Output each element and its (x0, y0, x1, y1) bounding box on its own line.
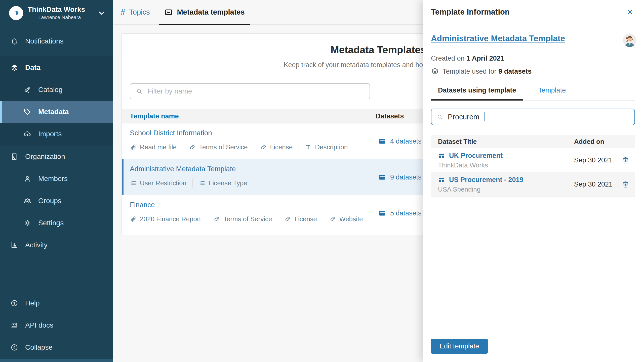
tab-datasets-using-template[interactable]: Datasets using template (431, 86, 523, 101)
paperclip-icon (130, 144, 137, 151)
link-icon (189, 144, 196, 151)
tag-separator (278, 214, 278, 223)
tag-label: Terms of Service (223, 215, 272, 223)
dataset-row[interactable]: US Procurement - 2019 USA Spending Sep 3… (431, 172, 635, 197)
datasets-count[interactable]: 9 datasets (378, 159, 422, 195)
dataset-link[interactable]: UK Procurement (438, 152, 503, 160)
sidebar-bottom-strip (0, 359, 113, 362)
sidebar-item-notifications[interactable]: Notifications (0, 30, 113, 52)
tag-separator (183, 143, 183, 152)
tab-metadata-templates[interactable]: Metadata templates (159, 0, 250, 24)
sidebar-item-label: Groups (38, 197, 61, 205)
filter-input-wrapper (130, 83, 370, 99)
used-for-line: Template used for 9 datasets (431, 67, 635, 75)
dataset-added-date: Sep 30 2021 (574, 172, 613, 196)
tag-separator (207, 214, 207, 223)
template-title-link[interactable]: Administrative Metadata Template (431, 33, 565, 43)
tab-label: Topics (129, 8, 150, 16)
sidebar-item-label: Settings (38, 219, 64, 227)
text-caret (484, 112, 485, 121)
dataset-link[interactable]: US Procurement - 2019 (438, 176, 524, 184)
sidebar-item-label: Activity (25, 241, 48, 249)
chevron-down-icon[interactable] (97, 9, 106, 18)
template-link[interactable]: Administrative Metadata Template (130, 165, 236, 173)
used-count: 9 datasets (498, 68, 532, 75)
tab-topics[interactable]: # Topics (115, 0, 155, 24)
people-icon (23, 197, 32, 205)
template-link[interactable]: Finance (130, 201, 155, 209)
close-icon[interactable] (626, 8, 634, 16)
datasets-table-header: Dataset Title Added on (431, 135, 635, 148)
user-avatar[interactable] (623, 33, 636, 47)
template-link[interactable]: School District Information (130, 129, 212, 137)
datasets-count-label: 9 datasets (390, 173, 422, 181)
sidebar-item-catalog[interactable]: Catalog (0, 79, 113, 101)
datasets-count[interactable]: 5 datasets (378, 195, 422, 231)
tab-label: Metadata templates (177, 8, 245, 16)
laptop-code-icon (10, 321, 19, 329)
sidebar-item-data[interactable]: Data (0, 57, 113, 79)
dataset-row[interactable]: UK Procurement ThinkData Works Sep 30 20… (431, 148, 635, 172)
svg-text:3: 3 (131, 184, 132, 186)
sidebar-item-label: Imports (38, 130, 62, 138)
sidebar-item-imports[interactable]: Imports (0, 123, 113, 145)
dataset-search-input[interactable]: Procurem (431, 109, 635, 125)
layers-outline-icon (431, 67, 439, 75)
sidebar-item-members[interactable]: Members (0, 168, 113, 190)
sidebar-item-label: Collapse (25, 343, 53, 351)
tag-label: Website (339, 215, 363, 223)
brand-name: ThinkData Works (28, 6, 92, 14)
sidebar-item-groups[interactable]: Groups (0, 190, 113, 212)
person-icon (23, 175, 32, 183)
sidebar-item-organization[interactable]: Organization (0, 146, 113, 168)
column-datasets: Datasets (376, 112, 404, 120)
link-icon (260, 144, 267, 151)
sidebar-item-label: Organization (25, 153, 65, 161)
edit-template-button[interactable]: Edit template (431, 339, 488, 354)
link-icon (329, 216, 336, 222)
cloud-upload-icon (23, 130, 32, 138)
sidebar-item-label: Members (38, 175, 68, 183)
sidebar-item-activity[interactable]: Activity (0, 234, 113, 256)
dataset-title: UK Procurement (449, 152, 503, 160)
sidebar-item-api-docs[interactable]: API docs (0, 314, 113, 336)
tag-label: Description (315, 143, 348, 151)
table-grid-icon (438, 176, 445, 184)
sidebar-item-settings[interactable]: Settings (0, 212, 113, 234)
link-icon (284, 216, 291, 222)
sidebar-item-collapse[interactable]: Collapse (0, 336, 113, 358)
tag-separator (299, 143, 299, 152)
chevron-left-circle-icon (10, 343, 19, 351)
dataset-org: USA Spending (438, 186, 480, 193)
tag-separator (254, 143, 254, 152)
datasets-count[interactable]: 4 datasets (378, 123, 422, 159)
sidebar-item-label: Help (25, 299, 40, 307)
tag-label: Terms of Service (199, 143, 248, 151)
tag-icon (23, 108, 32, 116)
template-tags: 123User Restriction 123License Type (130, 178, 247, 188)
tab-template[interactable]: Template (531, 86, 573, 100)
datasets-count-label: 5 datasets (390, 209, 422, 217)
tag-separator (323, 214, 323, 223)
trash-icon[interactable] (622, 148, 629, 172)
dataset-org: ThinkData Works (438, 161, 488, 169)
svg-text:?: ? (13, 301, 15, 305)
filter-by-name-input[interactable] (147, 87, 364, 95)
svg-text:3: 3 (199, 184, 200, 186)
sidebar-item-label: Metadata (38, 108, 69, 116)
trash-icon[interactable] (622, 172, 629, 196)
panel-header: Template Information (423, 0, 644, 24)
workspace-user-name: Lawrence Nabeara (28, 15, 92, 20)
created-date: 1 April 2021 (466, 55, 504, 62)
sidebar-item-metadata[interactable]: Metadata (0, 101, 113, 123)
workspace-switcher[interactable]: ThinkData Works Lawrence Nabeara (0, 0, 113, 20)
sidebar-item-help[interactable]: ? Help (0, 292, 113, 314)
sidebar-item-label: Data (25, 64, 41, 72)
sidebar-nav: Notifications Data Catalog Metadata Impo… (0, 30, 113, 256)
table-grid-icon (438, 152, 445, 159)
hash-icon: # (121, 8, 125, 17)
tag-label: License Type (209, 179, 247, 187)
tag-label: License (270, 143, 293, 151)
sidebar-item-label: Notifications (25, 37, 64, 45)
tag-label: Read me file (140, 143, 177, 151)
